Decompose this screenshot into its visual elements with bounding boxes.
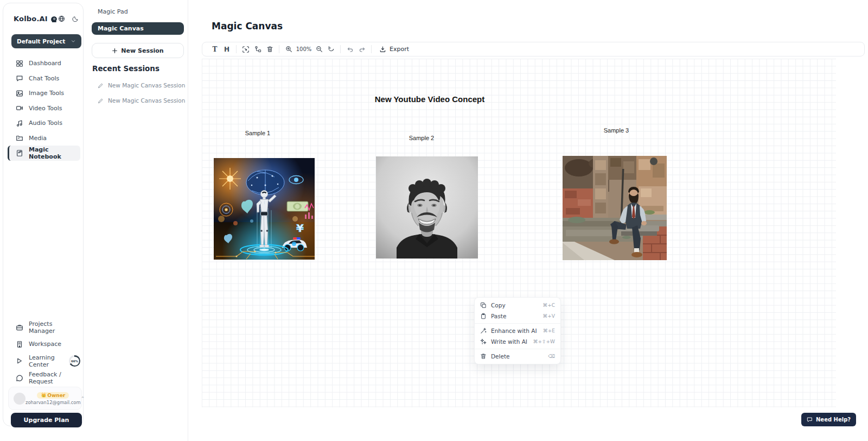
sample-image-2-portrait[interactable] <box>376 156 478 259</box>
undo-button[interactable] <box>344 46 356 53</box>
plus-icon <box>112 48 118 54</box>
heading-tool-button[interactable]: H <box>221 46 233 53</box>
page-title: Magic Canvas <box>212 21 283 32</box>
brand-logo-text: Kolbo.AI <box>14 15 48 23</box>
context-menu-shortcut: ⌘+C <box>542 303 555 308</box>
sample-image-1-ai-collage[interactable]: ¥ <box>214 158 315 260</box>
new-session-label: New Session <box>121 47 163 54</box>
context-menu-shortcut: ⌘+⇧+W <box>533 339 555 344</box>
user-account-chip[interactable]: 👑Owner zoharvan12@gmail.com ⌃ <box>8 387 82 410</box>
zoom-out-button[interactable] <box>313 46 325 53</box>
media-folder-icon <box>16 134 23 142</box>
export-button[interactable]: Export <box>379 46 409 53</box>
sidebar-item-label: Feedback / Request <box>29 371 80 385</box>
sparkles-icon <box>480 338 487 345</box>
sidebar-item-projects-manager[interactable]: Projects Manager <box>8 319 80 336</box>
toolbar-divider <box>340 45 341 53</box>
dashboard-icon <box>16 60 23 67</box>
sidebar-item-label: Learning Center <box>29 354 60 368</box>
project-selector[interactable]: Default Project <box>11 34 81 48</box>
panel-item-magic-canvas[interactable]: Magic Canvas <box>92 22 184 35</box>
panel-item-magic-pad[interactable]: Magic Pad <box>98 8 128 15</box>
context-menu-divider <box>475 323 560 324</box>
sidebar-item-workspace[interactable]: Workspace <box>8 336 80 352</box>
dark-mode-moon-icon[interactable] <box>72 16 79 22</box>
language-globe-icon[interactable] <box>58 15 65 22</box>
canvas-toolbar: T H 100% Export <box>202 42 865 56</box>
sidebar: Kolbo.AI Default Project Dashboard Chat … <box>3 3 84 426</box>
sidebar-item-label: Dashboard <box>29 60 61 67</box>
context-menu-shortcut: ⌘+V <box>542 313 555 319</box>
play-icon <box>16 357 23 365</box>
brand-row: Kolbo.AI <box>14 15 76 23</box>
new-session-button[interactable]: New Session <box>92 43 184 58</box>
upgrade-plan-button[interactable]: Upgrade Plan <box>11 413 82 427</box>
context-menu-shortcut: ⌫ <box>548 354 555 359</box>
sample-1-label[interactable]: Sample 1 <box>231 130 285 136</box>
brand-head-icon <box>50 15 58 23</box>
need-help-label: Need Help? <box>816 417 851 423</box>
sidebar-item-magic-notebook[interactable]: Magic Notebook <box>8 146 80 161</box>
sidebar-item-feedback-request[interactable]: Feedback / Request <box>8 369 80 386</box>
clipboard-icon <box>480 313 487 319</box>
context-menu-label: Copy <box>491 302 506 308</box>
toolbar-divider <box>279 45 279 53</box>
pencil-icon <box>98 98 104 104</box>
context-menu-item-enhance-with-ai[interactable]: Enhance with AI ⌘+E <box>475 325 560 336</box>
panel-item-label: Magic Canvas <box>98 25 144 32</box>
download-icon <box>379 46 386 53</box>
user-email: zoharvan12@gmail.com <box>25 400 81 405</box>
recent-session-item[interactable]: New Magic Canvas Session <box>98 97 185 104</box>
video-camera-icon <box>16 104 23 112</box>
recent-sessions-heading: Recent Sessions <box>92 64 159 73</box>
context-menu-item-paste[interactable]: Paste ⌘+V <box>475 311 560 322</box>
sidebar-nav: Dashboard Chat Tools Image Tools Video T… <box>8 56 80 161</box>
sidebar-item-audio-tools[interactable]: Audio Tools <box>8 116 80 131</box>
recent-session-item[interactable]: New Magic Canvas Session <box>98 82 185 89</box>
connector-tool-button[interactable] <box>252 46 264 53</box>
sidebar-item-label: Image Tools <box>29 90 64 97</box>
sidebar-item-video-tools[interactable]: Video Tools <box>8 101 80 116</box>
sidebar-footer-nav: Projects Manager Workspace Learning Cent… <box>8 319 80 386</box>
avatar <box>14 393 25 405</box>
pencil-icon <box>98 83 104 89</box>
context-menu-item-write-with-ai[interactable]: Write with AI ⌘+⇧+W <box>475 336 560 347</box>
magic-notebook-icon <box>16 149 23 157</box>
copy-icon <box>480 302 487 308</box>
toolbar-divider <box>236 45 237 53</box>
sample-image-3-man-on-ruins[interactable] <box>563 156 667 260</box>
chevron-down-icon <box>71 39 76 44</box>
magic-wand-icon <box>480 327 487 334</box>
context-menu-label: Enhance with AI <box>491 327 537 334</box>
notebook-panel: Magic Pad Magic Canvas New Session Recen… <box>84 0 188 441</box>
toolbar-divider <box>371 45 372 53</box>
select-frame-tool-button[interactable] <box>240 46 252 53</box>
sidebar-item-label: Projects Manager <box>29 320 80 335</box>
sidebar-item-learning-center[interactable]: Learning Center 66% <box>8 352 80 369</box>
reset-view-button[interactable] <box>325 46 337 53</box>
owner-badge-label: Owner <box>47 393 65 398</box>
context-menu-item-delete[interactable]: Delete ⌫ <box>475 351 560 362</box>
sidebar-item-chat-tools[interactable]: Chat Tools <box>8 71 80 86</box>
sidebar-item-image-tools[interactable]: Image Tools <box>8 86 80 101</box>
text-tool-button[interactable]: T <box>209 46 221 53</box>
context-menu-item-copy[interactable]: Copy ⌘+C <box>475 300 560 311</box>
need-help-button[interactable]: Need Help? <box>801 413 856 426</box>
feedback-bubble-icon <box>16 374 23 382</box>
building-icon <box>16 341 23 348</box>
sidebar-item-label: Magic Notebook <box>29 146 80 160</box>
sample-2-label[interactable]: Sample 2 <box>394 135 449 141</box>
music-note-icon <box>16 119 23 127</box>
sidebar-item-label: Workspace <box>29 341 61 348</box>
delete-tool-button[interactable] <box>264 46 276 53</box>
context-menu-label: Paste <box>491 313 506 319</box>
canvas-heading[interactable]: New Youtube Video Concept <box>347 94 512 104</box>
zoom-level[interactable]: 100% <box>295 46 313 52</box>
redo-button[interactable] <box>356 46 368 53</box>
sidebar-item-media[interactable]: Media <box>8 131 80 146</box>
context-menu-label: Write with AI <box>491 338 527 345</box>
zoom-in-button[interactable] <box>283 46 295 53</box>
sidebar-item-dashboard[interactable]: Dashboard <box>8 56 80 71</box>
context-menu-divider <box>475 349 560 349</box>
sample-3-label[interactable]: Sample 3 <box>589 127 643 134</box>
